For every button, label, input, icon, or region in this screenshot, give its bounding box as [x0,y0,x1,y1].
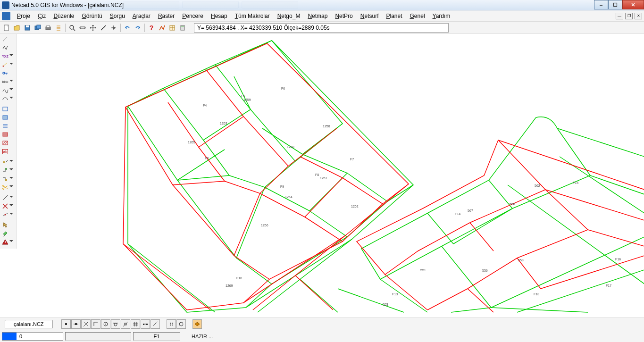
drawing-canvas[interactable]: F6F51259F41263125812651260F3F7F81261F155… [17,34,644,317]
menu-aralar[interactable]: Araçlar [129,12,154,20]
menu-planet[interactable]: Planet [382,12,406,20]
snap-tangent-icon[interactable] [111,319,120,329]
help-icon[interactable]: ? [147,23,156,33]
polyline-tool2-icon[interactable] [1,43,9,52]
snap-perpendicular-icon[interactable] [91,319,100,329]
polyline-tool-icon[interactable] [157,23,167,33]
parcel-label: 567 [468,209,473,212]
menu-tmmakrolar[interactable]: Tüm Makrolar [231,12,274,20]
hatch2-tool-icon[interactable] [1,139,9,147]
line-tool-icon[interactable] [1,35,9,43]
scissors-tool-icon[interactable] [1,183,9,192]
text-tool-icon[interactable]: ab [1,147,9,156]
list-icon[interactable] [54,23,63,33]
svg-rect-53 [5,168,7,170]
rect-fill-tool-icon[interactable] [1,113,9,122]
snap-extension-icon[interactable] [151,319,160,329]
snap-endpoint-icon[interactable] [61,319,71,329]
mdi-minimize[interactable]: — [616,13,623,19]
move-icon[interactable] [88,23,98,33]
ghost-toolbar [123,1,298,8]
snap-intersection-icon[interactable] [81,319,91,329]
zoom-icon[interactable] [67,23,77,33]
parcel-label: 1264 [285,195,293,199]
key-tool-icon[interactable] [1,69,9,77]
new-file-icon[interactable] [2,23,11,33]
mdi-restore[interactable]: ❐ [625,13,633,19]
menu-netsurf[interactable]: Netsurf [357,12,383,20]
print-icon[interactable] [43,23,53,33]
warning-tool-icon[interactable] [1,238,9,246]
svg-point-90 [179,322,183,326]
menu-genel[interactable]: Genel [406,12,429,20]
menu-hesap[interactable]: Hesap [207,12,231,20]
save-as-icon[interactable] [33,23,42,33]
undo-icon[interactable] [123,23,132,33]
ortho-icon[interactable] [167,319,176,329]
dim3-tool-icon[interactable] [1,175,9,183]
close-button[interactable] [622,0,644,9]
table-icon[interactable] [167,23,177,33]
maximize-button[interactable] [608,0,622,9]
menu-dzenle[interactable]: Düzenle [50,12,78,20]
svg-rect-40 [3,116,8,119]
svg-rect-51 [3,161,5,163]
snap-icon[interactable] [109,23,118,33]
hatch1-tool-icon[interactable] [1,130,9,139]
parcel-label: 1262 [351,205,359,208]
menu-iz[interactable]: Çiz [34,12,50,20]
parcel-label: F13 [392,292,398,296]
parcel-label: 1258 [323,125,330,128]
menu-yardm[interactable]: Yardım [429,12,454,20]
snap-node-icon[interactable] [141,319,150,329]
edit-line-icon[interactable] [1,193,9,202]
snap-midpoint-icon[interactable] [71,319,81,329]
menu-pencere[interactable]: Pencere [178,12,207,20]
lines-tool-icon[interactable] [1,122,9,130]
open-file-icon[interactable] [12,23,22,33]
document-tab[interactable]: çalalanı.NCZ [5,320,53,328]
svg-line-33 [3,37,8,42]
menu-proje[interactable]: Proje [13,12,34,20]
paint-tool-icon[interactable] [1,229,9,238]
menu-netmap[interactable]: Netmap [304,12,331,20]
rect-tool-icon[interactable] [1,105,9,113]
snap-grid-icon[interactable] [131,319,140,329]
pick-tool-icon[interactable] [1,221,9,229]
svg-rect-8 [37,25,41,29]
svg-rect-17 [80,27,85,29]
snap-center-icon[interactable] [101,319,110,329]
menu-netgom[interactable]: Netgo_M [274,12,304,20]
spline-tool-icon[interactable] [1,86,9,94]
redo-icon[interactable] [133,23,142,33]
parcel-label: F7 [350,158,354,161]
edge-tool-icon[interactable] [1,210,9,219]
arc-tool-icon[interactable] [1,94,9,103]
point-tool-icon[interactable] [1,60,9,69]
parcel-label: 556 [482,269,488,272]
layer-toggle-icon[interactable] [192,319,202,329]
blok-tool-icon[interactable]: blok [1,77,9,86]
cursor-settings-icon[interactable] [176,319,186,329]
minimize-button[interactable] [594,0,608,9]
save-icon[interactable] [23,23,32,33]
menu-grnt[interactable]: Görüntü [78,12,106,20]
menu-sorgu[interactable]: Sorgu [106,12,129,20]
pan-icon[interactable] [78,23,87,33]
parcel-label: 1259 [243,98,251,101]
mdi-close[interactable]: ✕ [635,13,642,19]
calc-icon[interactable] [178,23,187,33]
snap-nearest-icon[interactable] [121,319,130,329]
delete-vertex-icon[interactable] [1,202,9,210]
menu-raster[interactable]: Raster [154,12,178,20]
svg-point-36 [3,72,5,74]
measure-icon[interactable] [99,23,108,33]
dim1-tool-icon[interactable] [1,158,9,166]
svg-rect-89 [172,325,173,325]
f1-button[interactable]: F1 [133,332,180,341]
menu-netpro[interactable]: NetPro [331,12,356,20]
parcel-label: 558 [518,259,524,262]
dim2-tool-icon[interactable] [1,166,9,175]
xyz-tool-icon[interactable]: YXZ [1,52,9,60]
svg-rect-68 [75,323,77,325]
